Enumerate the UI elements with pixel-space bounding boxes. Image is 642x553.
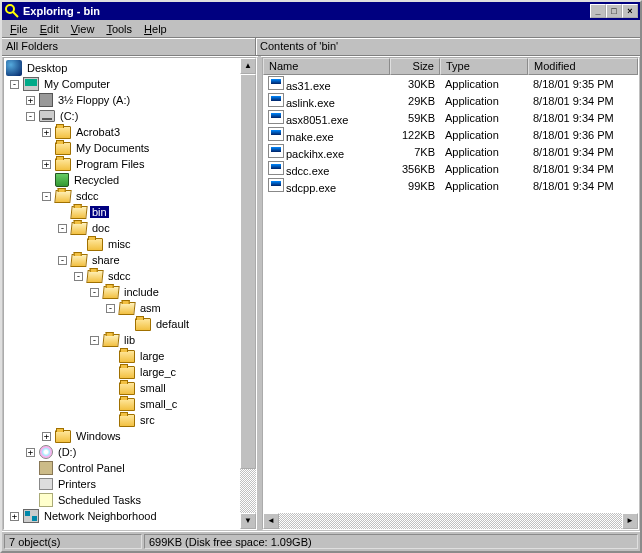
tree-large-c[interactable]: large_c xyxy=(138,366,178,378)
tree-asm[interactable]: asm xyxy=(138,302,163,314)
toggle-network[interactable]: + xyxy=(10,512,19,521)
file-modified: 8/18/01 9:34 PM xyxy=(528,163,638,175)
scroll-track[interactable] xyxy=(240,74,256,513)
tree-network[interactable]: Network Neighborhood xyxy=(42,510,159,522)
col-modified[interactable]: Modified xyxy=(528,58,638,75)
tree-include[interactable]: include xyxy=(122,286,161,298)
file-name: asx8051.exe xyxy=(286,114,348,126)
scroll-thumb[interactable] xyxy=(240,74,256,469)
tree-scrollbar[interactable]: ▲ ▼ xyxy=(240,58,256,529)
toggle-floppy[interactable]: + xyxy=(26,96,35,105)
toggle-c[interactable]: - xyxy=(26,112,35,121)
list-item[interactable]: asx8051.exe59KBApplication8/18/01 9:34 P… xyxy=(263,109,638,126)
status-size: 699KB (Disk free space: 1.09GB) xyxy=(144,534,638,549)
list-body[interactable]: as31.exe30KBApplication8/18/01 9:35 PMas… xyxy=(263,75,638,513)
control-panel-icon xyxy=(39,461,53,475)
toggle-acrobat[interactable]: + xyxy=(42,128,51,137)
toggle-asm[interactable]: - xyxy=(106,304,115,313)
toggle-windows[interactable]: + xyxy=(42,432,51,441)
tree-mycomputer[interactable]: My Computer xyxy=(42,78,112,90)
toggle-sdcc[interactable]: - xyxy=(42,192,51,201)
exe-icon xyxy=(268,76,284,90)
list-item[interactable]: packihx.exe7KBApplication8/18/01 9:34 PM xyxy=(263,143,638,160)
file-modified: 8/18/01 9:34 PM xyxy=(528,146,638,158)
file-type: Application xyxy=(440,129,528,141)
minimize-button[interactable]: _ xyxy=(590,4,606,18)
folder-icon xyxy=(119,350,135,363)
exe-icon xyxy=(268,144,284,158)
titlebar[interactable]: Exploring - bin _ □ × xyxy=(2,2,640,20)
list-item[interactable]: sdcc.exe356KBApplication8/18/01 9:34 PM xyxy=(263,160,638,177)
tree-bin[interactable]: bin xyxy=(90,206,109,218)
toggle-lib[interactable]: - xyxy=(90,336,99,345)
tree-sched[interactable]: Scheduled Tasks xyxy=(56,494,143,506)
menu-file[interactable]: File xyxy=(4,21,34,37)
file-name: as31.exe xyxy=(286,80,331,92)
folder-tree-pane: Desktop -My Computer +3½ Floppy (A:) -(C… xyxy=(3,57,257,530)
file-size: 99KB xyxy=(390,180,440,192)
tree-windows[interactable]: Windows xyxy=(74,430,123,442)
tree-small-c[interactable]: small_c xyxy=(138,398,179,410)
scroll-right-button[interactable]: ► xyxy=(622,513,638,529)
scroll-left-button[interactable]: ◄ xyxy=(263,513,279,529)
file-size: 356KB xyxy=(390,163,440,175)
col-type[interactable]: Type xyxy=(440,58,528,75)
tree-d[interactable]: (D:) xyxy=(56,446,78,458)
menu-view[interactable]: View xyxy=(65,21,101,37)
toggle-mycomputer[interactable]: - xyxy=(10,80,19,89)
file-type: Application xyxy=(440,112,528,124)
toggle-d[interactable]: + xyxy=(26,448,35,457)
tree-sdcc2[interactable]: sdcc xyxy=(106,270,133,282)
exe-icon xyxy=(268,127,284,141)
menu-tools[interactable]: Tools xyxy=(100,21,138,37)
toggle-include[interactable]: - xyxy=(90,288,99,297)
file-type: Application xyxy=(440,78,528,90)
folder-tree[interactable]: Desktop -My Computer +3½ Floppy (A:) -(C… xyxy=(4,58,240,529)
toggle-doc[interactable]: - xyxy=(58,224,67,233)
tree-share[interactable]: share xyxy=(90,254,122,266)
close-button[interactable]: × xyxy=(622,4,638,18)
tree-printers[interactable]: Printers xyxy=(56,478,98,490)
tree-small[interactable]: small xyxy=(138,382,168,394)
col-name[interactable]: Name xyxy=(263,58,390,75)
pane-labels: All Folders Contents of 'bin' xyxy=(2,38,640,56)
scroll-h-track[interactable] xyxy=(279,513,622,529)
file-name: aslink.exe xyxy=(286,97,335,109)
tree-recycled[interactable]: Recycled xyxy=(72,174,121,186)
menubar: File Edit View Tools Help xyxy=(2,20,640,38)
toggle-share[interactable]: - xyxy=(58,256,67,265)
tree-large[interactable]: large xyxy=(138,350,166,362)
tree-src[interactable]: src xyxy=(138,414,157,426)
tree-doc[interactable]: doc xyxy=(90,222,112,234)
list-item[interactable]: as31.exe30KBApplication8/18/01 9:35 PM xyxy=(263,75,638,92)
tree-misc[interactable]: misc xyxy=(106,238,133,250)
list-h-scrollbar[interactable]: ◄ ► xyxy=(263,513,638,529)
window-title: Exploring - bin xyxy=(23,5,590,17)
menu-edit[interactable]: Edit xyxy=(34,21,65,37)
file-size: 59KB xyxy=(390,112,440,124)
tree-mydocs[interactable]: My Documents xyxy=(74,142,151,154)
menu-help[interactable]: Help xyxy=(138,21,173,37)
maximize-button[interactable]: □ xyxy=(606,4,622,18)
pane-splitter[interactable] xyxy=(258,56,261,531)
tree-default[interactable]: default xyxy=(154,318,191,330)
scroll-down-button[interactable]: ▼ xyxy=(240,513,256,529)
file-modified: 8/18/01 9:35 PM xyxy=(528,78,638,90)
tree-acrobat3[interactable]: Acrobat3 xyxy=(74,126,122,138)
tree-desktop[interactable]: Desktop xyxy=(25,62,69,74)
tree-c[interactable]: (C:) xyxy=(58,110,80,122)
file-list: Name Size Type Modified as31.exe30KBAppl… xyxy=(263,58,638,529)
tree-sdcc[interactable]: sdcc xyxy=(74,190,101,202)
tree-floppy[interactable]: 3½ Floppy (A:) xyxy=(56,94,132,106)
list-item[interactable]: sdcpp.exe99KBApplication8/18/01 9:34 PM xyxy=(263,177,638,194)
list-item[interactable]: aslink.exe29KBApplication8/18/01 9:34 PM xyxy=(263,92,638,109)
tree-lib[interactable]: lib xyxy=(122,334,137,346)
list-item[interactable]: make.exe122KBApplication8/18/01 9:36 PM xyxy=(263,126,638,143)
toggle-sdcc2[interactable]: - xyxy=(74,272,83,281)
tree-cpanel[interactable]: Control Panel xyxy=(56,462,127,474)
toggle-progfiles[interactable]: + xyxy=(42,160,51,169)
tree-progfiles[interactable]: Program Files xyxy=(74,158,146,170)
col-size[interactable]: Size xyxy=(390,58,440,75)
scroll-up-button[interactable]: ▲ xyxy=(240,58,256,74)
folder-icon xyxy=(87,238,103,251)
